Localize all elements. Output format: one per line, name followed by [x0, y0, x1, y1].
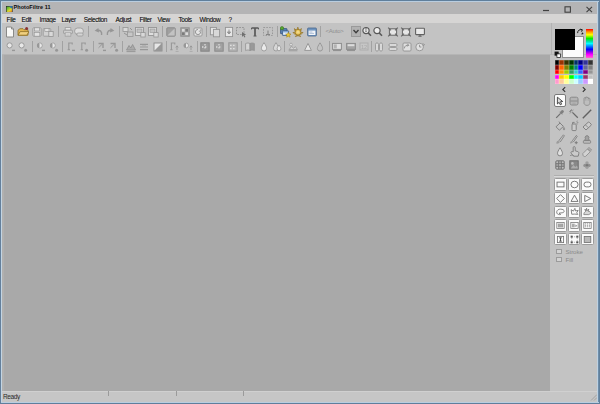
svg-text:0: 0 — [364, 28, 367, 33]
svg-text:12: 12 — [360, 43, 366, 49]
